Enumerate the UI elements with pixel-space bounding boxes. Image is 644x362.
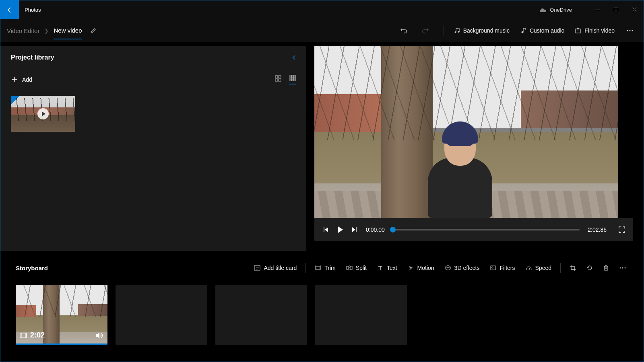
split-icon bbox=[346, 265, 353, 271]
play-icon bbox=[37, 108, 49, 119]
redo-icon bbox=[422, 27, 429, 34]
text-label: Text bbox=[387, 265, 397, 271]
trim-button[interactable]: Trim bbox=[310, 261, 340, 274]
svg-rect-22 bbox=[316, 266, 320, 269]
trim-icon bbox=[315, 265, 321, 271]
svg-point-25 bbox=[410, 267, 412, 269]
fullscreen-button[interactable] bbox=[619, 226, 625, 233]
rotate-button[interactable] bbox=[582, 261, 598, 274]
prev-frame-button[interactable] bbox=[322, 226, 329, 233]
minimize-icon bbox=[595, 8, 600, 12]
delete-button[interactable] bbox=[599, 261, 614, 274]
motion-button[interactable]: Motion bbox=[403, 261, 439, 274]
custom-audio-button[interactable]: Custom audio bbox=[515, 24, 569, 37]
storyboard-more-button[interactable] bbox=[615, 264, 631, 272]
svg-rect-0 bbox=[614, 8, 618, 12]
storyboard-slot[interactable] bbox=[215, 285, 307, 345]
motion-icon bbox=[408, 265, 414, 271]
svg-rect-16 bbox=[292, 77, 293, 79]
background-music-button[interactable]: Background music bbox=[449, 24, 514, 37]
pencil-icon bbox=[90, 27, 97, 34]
svg-rect-24 bbox=[350, 266, 352, 269]
progress-scrubber[interactable] bbox=[393, 229, 580, 230]
split-button[interactable]: Split bbox=[341, 261, 372, 274]
storyboard-slot[interactable] bbox=[315, 285, 407, 345]
svg-rect-12 bbox=[290, 75, 291, 77]
speed-label: Speed bbox=[535, 265, 551, 271]
view-large-button[interactable] bbox=[275, 75, 281, 84]
svg-point-5 bbox=[627, 30, 628, 31]
storyboard-clip[interactable]: 2:02 bbox=[16, 285, 107, 345]
next-frame-button[interactable] bbox=[351, 226, 358, 233]
divider bbox=[305, 263, 306, 273]
text-button[interactable]: Text bbox=[372, 261, 402, 274]
minimize-button[interactable] bbox=[588, 4, 607, 16]
svg-rect-14 bbox=[294, 75, 295, 77]
view-small-button[interactable] bbox=[289, 75, 296, 84]
volume-icon[interactable] bbox=[95, 332, 103, 339]
svg-point-29 bbox=[622, 267, 623, 269]
project-library-panel: Project library Add bbox=[0, 46, 306, 251]
filters-button[interactable]: Filters bbox=[485, 261, 520, 274]
filters-label: Filters bbox=[500, 265, 515, 271]
trim-label: Trim bbox=[324, 265, 335, 271]
motion-label: Motion bbox=[417, 265, 434, 271]
step-forward-icon bbox=[351, 226, 358, 233]
divider bbox=[560, 263, 561, 273]
svg-point-27 bbox=[491, 267, 493, 268]
finish-video-button[interactable]: Finish video bbox=[570, 24, 619, 37]
play-button[interactable] bbox=[337, 226, 343, 233]
add-title-card-label: Add title card bbox=[264, 265, 297, 271]
titlebar: Photos OneDrive bbox=[0, 0, 644, 19]
library-item[interactable] bbox=[11, 96, 75, 132]
maximize-button[interactable] bbox=[607, 4, 625, 16]
trash-icon bbox=[603, 265, 609, 271]
more-button[interactable] bbox=[623, 27, 637, 35]
rename-button[interactable] bbox=[90, 27, 97, 34]
onedrive-button[interactable]: OneDrive bbox=[539, 7, 572, 13]
background-music-label: Background music bbox=[463, 27, 510, 34]
playback-bar: 0:00.00 2:02.86 bbox=[314, 218, 633, 241]
scrubber-thumb[interactable] bbox=[390, 227, 396, 232]
svg-rect-18 bbox=[290, 79, 291, 81]
3d-effects-label: 3D effects bbox=[454, 265, 480, 271]
preview-video[interactable] bbox=[314, 46, 618, 218]
svg-rect-11 bbox=[279, 79, 281, 81]
window-controls bbox=[588, 4, 644, 16]
add-media-button[interactable]: Add bbox=[11, 74, 33, 85]
breadcrumb: Video Editor ❯ New video bbox=[7, 22, 82, 39]
chevron-left-icon bbox=[292, 55, 296, 60]
plus-icon bbox=[12, 77, 17, 82]
resize-button[interactable] bbox=[565, 261, 581, 274]
3d-effects-button[interactable]: 3D effects bbox=[440, 261, 485, 274]
svg-rect-8 bbox=[275, 76, 278, 78]
grid-small-icon bbox=[289, 75, 296, 81]
close-button[interactable] bbox=[625, 4, 644, 16]
svg-point-28 bbox=[620, 267, 621, 269]
storyboard-title: Storyboard bbox=[16, 265, 48, 272]
filmstrip-icon bbox=[20, 332, 27, 339]
step-back-icon bbox=[322, 226, 329, 233]
split-label: Split bbox=[356, 265, 367, 271]
filters-icon bbox=[490, 265, 496, 271]
svg-rect-15 bbox=[290, 77, 291, 79]
speed-button[interactable]: Speed bbox=[521, 261, 556, 274]
back-button[interactable] bbox=[0, 0, 19, 19]
breadcrumb-current[interactable]: New video bbox=[54, 27, 82, 39]
app-title: Photos bbox=[25, 7, 41, 13]
audio-icon bbox=[520, 27, 526, 34]
chevron-right-icon: ❯ bbox=[44, 28, 49, 34]
maximize-icon bbox=[614, 8, 618, 12]
custom-audio-label: Custom audio bbox=[530, 27, 564, 34]
add-title-card-button[interactable]: Add title card bbox=[249, 261, 301, 274]
more-icon bbox=[627, 30, 633, 31]
collapse-library-button[interactable] bbox=[292, 55, 296, 60]
undo-icon bbox=[400, 27, 407, 34]
divider bbox=[444, 25, 444, 36]
storyboard-slot[interactable] bbox=[116, 285, 207, 345]
breadcrumb-root[interactable]: Video Editor bbox=[7, 27, 39, 34]
undo-button[interactable] bbox=[398, 25, 410, 37]
svg-rect-19 bbox=[292, 79, 293, 81]
total-time: 2:02.86 bbox=[588, 226, 607, 233]
3d-icon bbox=[445, 265, 451, 271]
